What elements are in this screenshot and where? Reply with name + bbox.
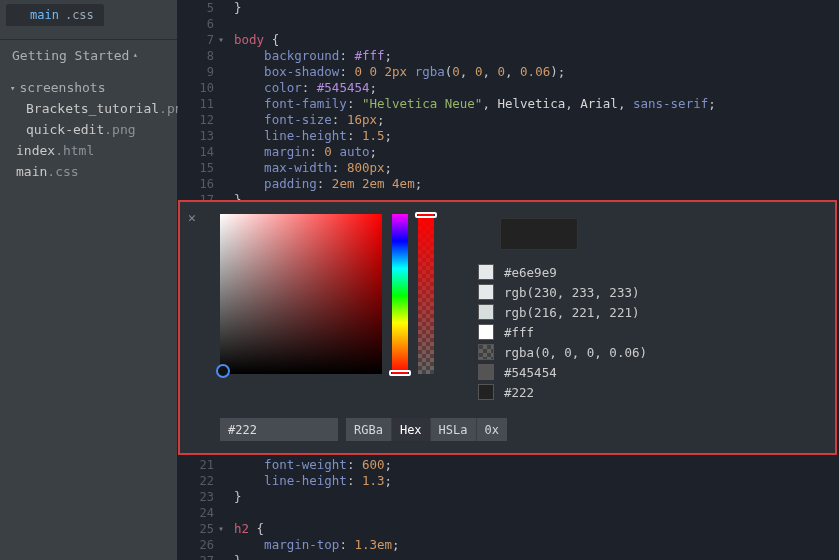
swatch-label: rgb(216, 221, 221) [504,305,639,320]
swatch-row[interactable]: #fff [478,324,647,340]
color-swatch [478,304,494,320]
sv-handle[interactable] [216,364,230,378]
hue-slider[interactable] [392,214,408,374]
swatch-row[interactable]: rgb(230, 233, 233) [478,284,647,300]
color-swatch [478,364,494,380]
swatch-row[interactable]: #e6e9e9 [478,264,647,280]
code-content[interactable]: }body { background: #fff; box-shadow: 0 … [234,0,839,4]
swatch-label: rgba(0, 0, 0, 0.06) [504,345,647,360]
tree-folder-screenshots[interactable]: ▾ screenshots [0,77,177,98]
tab-dirty-dot [16,11,24,19]
sidebar: main.css Getting Started ▾ ▾ screenshots… [0,0,178,560]
hue-handle[interactable] [389,370,411,376]
alpha-slider[interactable] [418,214,434,374]
color-picker-panel: ✕ #e6e9e9rgb(230, 233, 233)rgb(216, 221,… [180,202,835,453]
color-swatch [478,264,494,280]
color-swatch [478,324,494,340]
format-0x-button[interactable]: 0x [477,418,507,441]
color-swatch [478,384,494,400]
folder-label: screenshots [19,80,105,95]
swatch-label: #222 [504,385,534,400]
open-files-tabs: main.css [0,0,177,30]
swatch-row[interactable]: #545454 [478,364,647,380]
alpha-handle[interactable] [415,212,437,218]
format-hsla-button[interactable]: HSLa [431,418,477,441]
color-swatch [478,284,494,300]
tree-file[interactable]: quick-edit.png [0,119,177,140]
chevron-down-icon: ▾ [10,83,15,93]
tab-filename: main [30,8,59,22]
tree-file[interactable]: Brackets_tutorial.png [0,98,177,119]
swatch-row[interactable]: rgba(0, 0, 0, 0.06) [478,344,647,360]
recent-swatches: #e6e9e9rgb(230, 233, 233)rgb(216, 221, 2… [478,264,647,400]
tab-main-css[interactable]: main.css [6,4,104,26]
swatch-label: #e6e9e9 [504,265,557,280]
format-rgba-button[interactable]: RGBa [346,418,392,441]
chevron-down-icon: ▾ [133,51,138,60]
code-editor[interactable]: 5678910111213141516171819202122232425262… [178,0,839,560]
swatch-label: #545454 [504,365,557,380]
color-swatch [478,344,494,360]
tab-fileext: .css [65,8,94,22]
format-toggle-group: RGBa Hex HSLa 0x [346,418,507,441]
format-hex-button[interactable]: Hex [392,418,431,441]
swatch-label: rgb(230, 233, 233) [504,285,639,300]
line-gutter: 5678910111213141516171819202122232425262… [178,0,218,4]
color-value-input[interactable] [220,418,338,441]
swatch-row[interactable]: rgb(216, 221, 221) [478,304,647,320]
current-color-preview [500,218,578,250]
tree-file[interactable]: main.css [0,161,177,182]
swatch-label: #fff [504,325,534,340]
tree-file[interactable]: index.html [0,140,177,161]
saturation-value-field[interactable] [220,214,382,374]
swatch-row[interactable]: #222 [478,384,647,400]
getting-started-label: Getting Started [12,48,129,63]
fold-gutter: ▾▾▾ [218,0,230,4]
sidebar-section-getting-started[interactable]: Getting Started ▾ [0,40,177,67]
